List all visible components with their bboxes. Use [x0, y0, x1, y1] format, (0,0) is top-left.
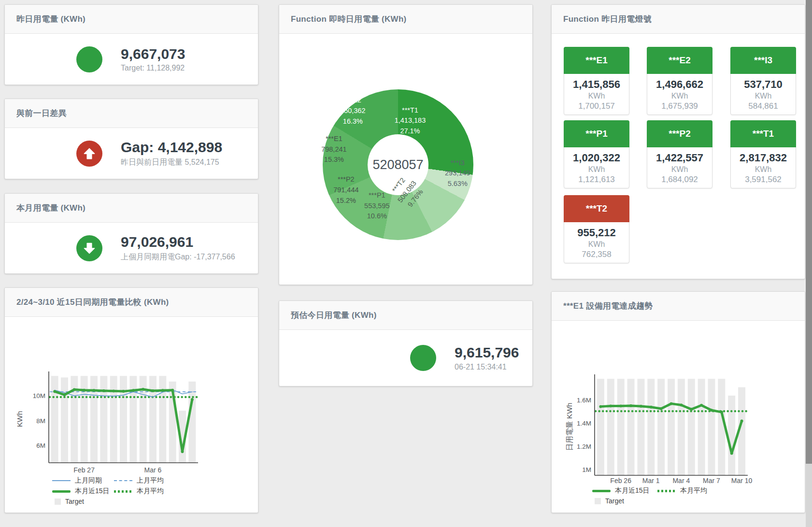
- tile-target: 584,861: [731, 101, 796, 111]
- donut-slice-label: ***E2850,36216.3%: [340, 96, 365, 127]
- stat-subtitle: 上個月同期用電Gap: -17,377,566: [121, 252, 235, 262]
- tile-unit: KWh: [647, 92, 712, 100]
- legend-item[interactable]: 本月近15日: [592, 486, 657, 495]
- panel-header[interactable]: Function 昨日用電燈號: [552, 5, 805, 34]
- stat-subtitle: 昨日與前日用電量 5,524,175: [121, 157, 222, 168]
- tile-label: ***I3: [754, 55, 772, 66]
- tile-value: 2,817,832: [731, 152, 796, 164]
- legend-dotted-swatch: [657, 490, 676, 492]
- legend-item[interactable]: 本月平均: [114, 487, 164, 496]
- legend-label: 上月平均: [137, 476, 164, 485]
- e1-trend-line-chart[interactable]: 1M1.2M1.4M1.6MFeb 26Mar 1Mar 4Mar 7Mar 1…: [552, 292, 805, 513]
- chart-legend-row: Target: [595, 497, 624, 505]
- tile-header: ***P1: [564, 120, 629, 147]
- legend-dotted-swatch: [114, 490, 132, 493]
- donut-slice-label: ***P1553,59510.6%: [364, 190, 389, 222]
- tile-value: 1,020,322: [564, 152, 629, 164]
- legend-item[interactable]: 上月同期: [52, 476, 114, 485]
- tile-header: ***E1: [564, 47, 629, 74]
- panel-title: 本月用電量 (KWh): [16, 202, 85, 214]
- tile-target: 1,121,613: [564, 175, 629, 185]
- tile-header: ***E2: [647, 47, 712, 74]
- legend-item[interactable]: Target: [55, 498, 84, 505]
- chart-legend-row: 上月同期 上月平均: [52, 476, 164, 485]
- svg-text:6M: 6M: [36, 442, 45, 449]
- stat-value: Gap: 4,142,898: [121, 139, 222, 156]
- status-circle-icon: [76, 141, 102, 167]
- svg-text:Feb 27: Feb 27: [73, 466, 95, 474]
- legend-label: 本月平均: [680, 486, 707, 495]
- svg-text:Mar 4: Mar 4: [672, 477, 690, 484]
- donut-slice-label: ***E1798,24115.3%: [321, 134, 346, 165]
- legend-label: 本月近15日: [75, 487, 110, 496]
- stat-value: 9,667,073: [121, 46, 185, 63]
- tile-value: 1,422,557: [647, 152, 712, 164]
- tile-unit: KWh: [564, 92, 629, 100]
- status-circle-icon: [76, 235, 102, 261]
- panel-today-estimate: 預估今日用電量 (KWh) 9,615,796 06-21 15:34:41: [279, 300, 533, 386]
- device-tile-p2: ***P2 1,422,557 KWh 1,684,092: [647, 120, 712, 188]
- panel-title: 預估今日用電量 (KWh): [291, 310, 377, 321]
- donut-chart[interactable]: 5208057 ***T11,413,18327.1%***I3293,1495…: [323, 89, 473, 240]
- panel-header[interactable]: 與前一日差異: [5, 99, 258, 128]
- panel-header[interactable]: Function 即時日用電量 (KWh): [279, 5, 532, 34]
- tile-unit: KWh: [564, 165, 629, 174]
- svg-text:Mar 6: Mar 6: [144, 466, 162, 474]
- legend-line-swatch: [52, 480, 71, 481]
- tile-label: ***T1: [753, 128, 774, 139]
- svg-text:Feb 26: Feb 26: [610, 477, 631, 484]
- tile-target: 1,675,939: [647, 101, 712, 111]
- panel-header[interactable]: 本月用電量 (KWh): [5, 194, 258, 223]
- legend-thick-line-swatch: [592, 490, 611, 492]
- panel-title: 與前一日差異: [16, 108, 67, 119]
- tile-target: 1,700,157: [564, 101, 629, 111]
- device-tile-i3: ***I3 537,710 KWh 584,861: [730, 47, 796, 115]
- chart-legend-row: 本月近15日 本月平均: [592, 486, 707, 495]
- legend-item[interactable]: 本月近15日: [52, 487, 114, 496]
- dashboard: 昨日用電量 (KWh) 9,667,073 Target: 11,128,992…: [0, 0, 812, 527]
- scrollbar-track[interactable]: [806, 0, 812, 527]
- donut-slice-label: ***T11,413,18327.1%: [395, 105, 426, 137]
- svg-text:KWh: KWh: [15, 411, 24, 427]
- chart-legend-row: Target: [55, 498, 84, 505]
- svg-text:1.6M: 1.6M: [577, 397, 591, 404]
- status-circle-icon: [76, 46, 102, 72]
- panel-yesterday-lights: Function 昨日用電燈號 ***E1 1,415,856 KWh 1,70…: [551, 4, 805, 279]
- tile-value: 1,496,662: [647, 78, 712, 91]
- arrow-down-icon: [83, 242, 96, 255]
- panel-yesterday-usage: 昨日用電量 (KWh) 9,667,073 Target: 11,128,992: [4, 4, 258, 85]
- scrollbar-thumb[interactable]: [806, 0, 812, 464]
- legend-label: 本月平均: [137, 487, 164, 496]
- legend-item[interactable]: Target: [595, 497, 624, 505]
- panel-title: 昨日用電量 (KWh): [16, 14, 85, 25]
- tile-target: 1,684,092: [647, 175, 712, 185]
- donut-center-value: 5208057: [372, 157, 423, 172]
- legend-item[interactable]: 上月平均: [114, 476, 164, 485]
- tile-value: 537,710: [731, 78, 796, 91]
- tile-header: ***P2: [647, 120, 712, 147]
- svg-text:Mar 1: Mar 1: [642, 477, 660, 484]
- panel-header[interactable]: 昨日用電量 (KWh): [5, 5, 258, 34]
- panel-month-usage: 本月用電量 (KWh) 97,026,961 上個月同期用電Gap: -17,3…: [4, 193, 258, 274]
- tile-target: 762,358: [564, 250, 629, 259]
- tile-unit: KWh: [731, 165, 796, 174]
- legend-label: 上月同期: [75, 476, 102, 485]
- stat-value: 97,026,961: [121, 234, 235, 251]
- panel-title: Function 即時日用電量 (KWh): [291, 14, 407, 25]
- svg-text:10M: 10M: [33, 392, 45, 399]
- panel-header[interactable]: 預估今日用電量 (KWh): [279, 301, 532, 330]
- tile-unit: KWh: [564, 240, 629, 249]
- stat-subtitle: Target: 11,128,992: [121, 64, 185, 72]
- svg-text:8M: 8M: [36, 417, 45, 425]
- svg-text:Mar 7: Mar 7: [703, 477, 720, 484]
- svg-text:Mar 10: Mar 10: [731, 477, 753, 484]
- chart-legend-row: 本月近15日 本月平均: [52, 487, 164, 496]
- legend-square-swatch: [595, 498, 601, 504]
- legend-dashed-swatch: [114, 480, 132, 481]
- tile-label: ***P1: [585, 128, 607, 139]
- status-circle-icon: [410, 345, 436, 371]
- legend-item[interactable]: 本月平均: [657, 486, 707, 495]
- legend-label: Target: [605, 497, 624, 505]
- legend-label: Target: [65, 498, 84, 505]
- device-tile-t1: ***T1 2,817,832 KWh 3,591,562: [730, 120, 796, 188]
